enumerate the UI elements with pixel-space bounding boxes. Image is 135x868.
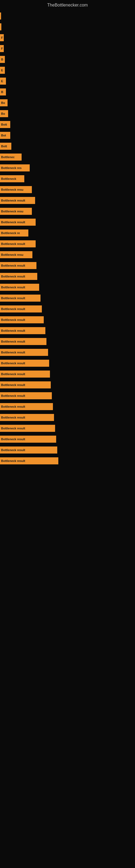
bar: B bbox=[0, 88, 6, 95]
bar-row: Bottleneck result bbox=[0, 261, 135, 270]
bar-label: Bottleneck result bbox=[1, 351, 25, 354]
bar-row: Bottleneck result bbox=[0, 240, 135, 248]
bar-label: Bottleneck result bbox=[1, 329, 25, 332]
bar-label: Bottleneck result bbox=[1, 307, 25, 311]
bar-label: Bott bbox=[1, 145, 7, 148]
bar-row: Bott bbox=[0, 120, 135, 129]
bar-label: Bottleneck result bbox=[1, 405, 25, 408]
bar: Bottleneck result bbox=[0, 240, 36, 247]
bar: Bottleneck result bbox=[0, 327, 45, 334]
bar: Bottleneck result bbox=[0, 338, 46, 345]
bar-label: Bottlenec bbox=[1, 155, 14, 159]
bar: Bottleneck resu bbox=[0, 208, 32, 215]
bar: Bottleneck result bbox=[0, 360, 49, 367]
bar-label: Bottleneck result bbox=[1, 220, 25, 224]
bar-label: Bo bbox=[1, 101, 5, 104]
bar-label: Bottleneck result bbox=[1, 383, 25, 386]
bar-label: Bottleneck result bbox=[1, 372, 25, 376]
bar: Bot bbox=[0, 132, 10, 139]
bar-row: Bottleneck resu bbox=[0, 207, 135, 216]
bar: Bottleneck result bbox=[0, 392, 52, 399]
bar: Bottleneck result bbox=[0, 425, 55, 432]
bar: Bottleneck resu bbox=[0, 251, 32, 258]
bar-label: Bottleneck result bbox=[1, 416, 25, 419]
bar-label: Bo bbox=[1, 112, 5, 115]
bar-row: Bottleneck resu bbox=[0, 185, 135, 194]
bar-label: F bbox=[1, 36, 3, 39]
bar-row: B bbox=[0, 88, 135, 96]
bar-row: Bottleneck result bbox=[0, 359, 135, 368]
bar-label: E bbox=[1, 80, 3, 83]
bar: Bottleneck result bbox=[0, 284, 39, 291]
bar: E bbox=[0, 67, 5, 74]
bar-row: F bbox=[0, 44, 135, 53]
bar: Bottleneck result bbox=[0, 349, 48, 356]
bar-row: Bottleneck result bbox=[0, 370, 135, 378]
bar: F bbox=[0, 45, 4, 52]
bar-label: Bottleneck resu bbox=[1, 210, 24, 213]
bar: Bo bbox=[0, 99, 8, 106]
bar-row: Bottleneck result bbox=[0, 380, 135, 389]
bar-row: Bottleneck result bbox=[0, 392, 135, 400]
bar bbox=[0, 23, 1, 30]
bar-label: Bottleneck result bbox=[1, 275, 25, 278]
bar-row: Bot bbox=[0, 131, 135, 140]
bar: Bottleneck result bbox=[0, 262, 37, 269]
bar: Bottlenec bbox=[0, 154, 21, 161]
bar: Bottleneck result bbox=[0, 457, 58, 464]
bar: Bo bbox=[0, 110, 8, 117]
bar: E bbox=[0, 78, 6, 85]
bar-row: B bbox=[0, 55, 135, 64]
bar: Bottleneck result bbox=[0, 305, 42, 312]
bar-row: Bottleneck result bbox=[0, 446, 135, 454]
bar-row: Bottleneck result bbox=[0, 348, 135, 357]
bar-row: Bottleneck result bbox=[0, 294, 135, 303]
bar-label: Bottleneck result bbox=[1, 286, 25, 289]
bar: Bottleneck result bbox=[0, 371, 50, 378]
bar-label: Bottleneck result bbox=[1, 448, 25, 452]
bar-label: Bottleneck result bbox=[1, 437, 25, 441]
bar: Bottleneck re bbox=[0, 229, 28, 237]
site-title: TheBottlenecker.com bbox=[0, 0, 135, 9]
bar-row: Bottleneck res bbox=[0, 163, 135, 172]
bar-label: Bottleneck result bbox=[1, 340, 25, 343]
bar-row: Bottleneck result bbox=[0, 457, 135, 465]
bar-row: F bbox=[0, 33, 135, 42]
bar-label: Bottleneck bbox=[1, 177, 16, 180]
bar-row: Bottleneck result bbox=[0, 424, 135, 433]
bar: F bbox=[0, 34, 4, 41]
bar-row: Bottleneck result bbox=[0, 315, 135, 324]
bar-row: Bottleneck result bbox=[0, 196, 135, 205]
bar: Bottleneck result bbox=[0, 414, 54, 421]
bar: Bottleneck result bbox=[0, 446, 57, 454]
bar-label: Bottleneck resu bbox=[1, 253, 24, 256]
bar-row: E bbox=[0, 66, 135, 74]
bar-row: E bbox=[0, 77, 135, 86]
bar-row: Bottleneck result bbox=[0, 435, 135, 443]
bar-row: Bottleneck re bbox=[0, 229, 135, 237]
bar-label: Bottleneck resu bbox=[1, 188, 24, 191]
bar-row: Bottleneck result bbox=[0, 218, 135, 226]
bar: Bott bbox=[0, 121, 10, 128]
bar-row: Bottleneck result bbox=[0, 402, 135, 411]
bars-container: FFBEEBBoBoBottBotBottBottlenecBottleneck… bbox=[0, 9, 135, 470]
bar-label: Bottleneck result bbox=[1, 427, 25, 430]
bar-label: E bbox=[1, 69, 3, 72]
bar: Bottleneck bbox=[0, 175, 24, 182]
bar-row: Bott bbox=[0, 142, 135, 151]
bar-label: Bottleneck result bbox=[1, 394, 25, 397]
bar-label: Bottleneck result bbox=[1, 242, 25, 246]
bar-row bbox=[0, 23, 135, 31]
bar-row: Bo bbox=[0, 98, 135, 107]
bar: Bottleneck result bbox=[0, 403, 53, 410]
bar: B bbox=[0, 56, 5, 63]
bar-row: Bottleneck result bbox=[0, 272, 135, 281]
bar: Bottleneck result bbox=[0, 219, 36, 226]
bar-row bbox=[0, 12, 135, 20]
bar-label: Bottleneck result bbox=[1, 318, 25, 321]
bar-label: Bot bbox=[1, 134, 6, 137]
bar-row: Bottleneck result bbox=[0, 283, 135, 291]
bar-label: B bbox=[1, 58, 3, 61]
bar-row: Bottleneck result bbox=[0, 337, 135, 346]
bar-label: Bottleneck result bbox=[1, 362, 25, 365]
